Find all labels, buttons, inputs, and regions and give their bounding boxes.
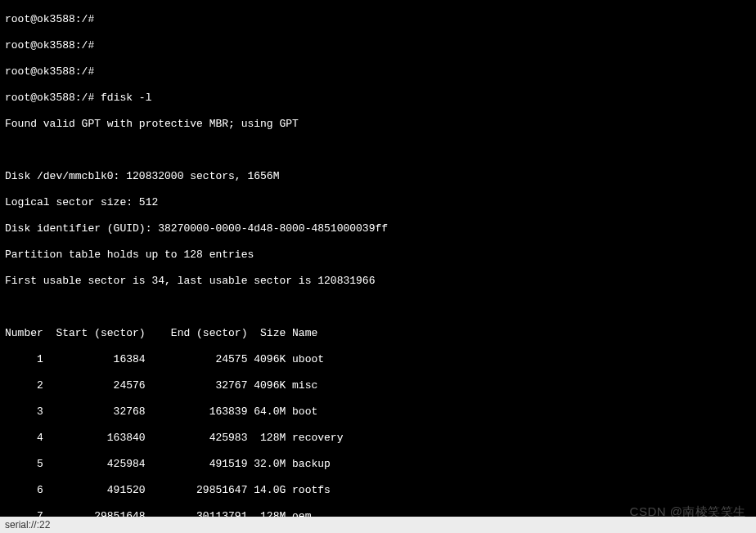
blank-line	[5, 301, 751, 314]
output-line: Partition table holds up to 128 entries	[5, 249, 751, 262]
partition-row: 4 163840 425983 128M recovery	[5, 432, 751, 445]
output-line: Found valid GPT with protective MBR; usi…	[5, 118, 751, 131]
output-line: Logical sector size: 512	[5, 196, 751, 209]
status-bar: serial://:22	[0, 517, 756, 533]
output-line: Disk /dev/mmcblk0: 120832000 sectors, 16…	[5, 170, 751, 183]
partition-header: Number Start (sector) End (sector) Size …	[5, 327, 751, 340]
output-line: Disk identifier (GUID): 38270000-0000-4d…	[5, 222, 751, 235]
prompt-line: root@ok3588:/#	[5, 65, 751, 78]
partition-row: 1 16384 24575 4096K uboot	[5, 353, 751, 366]
partition-row: 5 425984 491519 32.0M backup	[5, 458, 751, 471]
prompt-line: root@ok3588:/#	[5, 13, 751, 26]
command-line: root@ok3588:/# fdisk -l	[5, 92, 751, 105]
prompt-line: root@ok3588:/#	[5, 39, 751, 52]
partition-row: 3 32768 163839 64.0M boot	[5, 405, 751, 419]
partition-row: 2 24576 32767 4096K misc	[5, 379, 751, 392]
partition-row: 6 491520 29851647 14.0G rootfs	[5, 484, 751, 497]
output-line: First usable sector is 34, last usable s…	[5, 275, 751, 288]
blank-line	[5, 144, 751, 157]
terminal-output[interactable]: root@ok3588:/# root@ok3588:/# root@ok358…	[0, 0, 756, 533]
